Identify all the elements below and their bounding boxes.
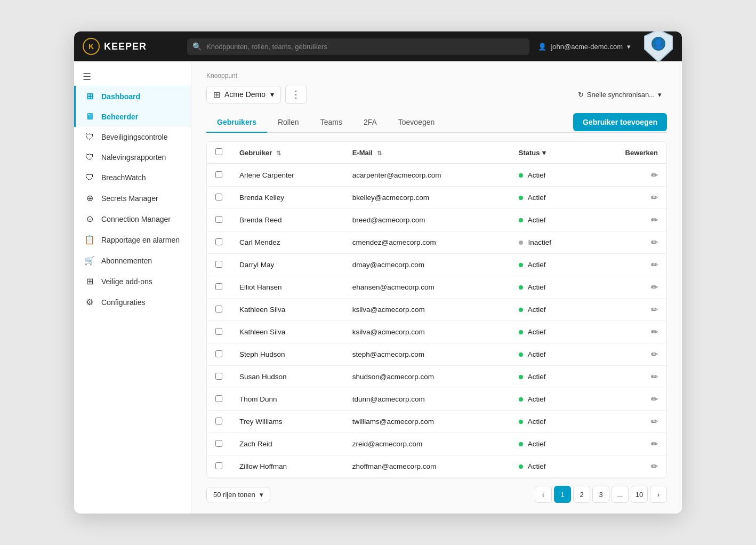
tab-rollen[interactable]: Rollen bbox=[267, 113, 310, 133]
row-checkbox-cell[interactable] bbox=[207, 433, 231, 455]
row-checkbox-cell[interactable] bbox=[207, 299, 231, 321]
sidebar-item-connection-manager[interactable]: ⊙ Connection Manager bbox=[74, 209, 191, 229]
user-column-header[interactable]: Gebruiker ⇅ bbox=[231, 142, 344, 164]
edit-cell[interactable]: ✏ bbox=[588, 455, 666, 478]
row-checkbox-cell[interactable] bbox=[207, 164, 231, 187]
row-checkbox-cell[interactable] bbox=[207, 276, 231, 299]
row-checkbox[interactable] bbox=[215, 306, 222, 312]
edit-icon[interactable]: ✏ bbox=[651, 327, 658, 336]
sidebar-item-abonnementen[interactable]: 🛒 Abonnementen bbox=[74, 250, 191, 271]
edit-cell[interactable]: ✏ bbox=[588, 366, 666, 388]
email-column-header[interactable]: E-Mail ⇅ bbox=[344, 142, 510, 164]
page-3-button[interactable]: 3 bbox=[592, 486, 609, 503]
sidebar-item-naleving[interactable]: 🛡 Nalevingsrapporten bbox=[74, 147, 191, 167]
sidebar-item-addons[interactable]: ⊞ Veilige add-ons bbox=[74, 271, 191, 292]
row-checkbox[interactable] bbox=[215, 238, 222, 245]
row-checkbox[interactable] bbox=[215, 194, 222, 201]
edit-cell[interactable]: ✏ bbox=[588, 187, 666, 209]
edit-icon[interactable]: ✏ bbox=[651, 372, 658, 381]
select-all-header[interactable] bbox=[207, 142, 231, 164]
page-2-button[interactable]: 2 bbox=[573, 486, 590, 503]
select-all-checkbox[interactable] bbox=[215, 148, 222, 155]
row-checkbox[interactable] bbox=[215, 328, 222, 335]
user-area[interactable]: 👤 john@acme-demo.com ▾ bbox=[538, 43, 631, 51]
edit-cell[interactable]: ✏ bbox=[588, 209, 666, 231]
tab-2fa[interactable]: 2FA bbox=[353, 113, 388, 133]
tab-toevoegen[interactable]: Toevoegen bbox=[388, 113, 446, 133]
sidebar-item-rapportage[interactable]: 📋 Rapportage en alarmen bbox=[74, 229, 191, 250]
edit-cell[interactable]: ✏ bbox=[588, 299, 666, 321]
edit-icon[interactable]: ✏ bbox=[651, 350, 658, 359]
edit-cell[interactable]: ✏ bbox=[588, 231, 666, 254]
breadcrumb: Knooppunt bbox=[206, 72, 667, 79]
row-checkbox-cell[interactable] bbox=[207, 455, 231, 478]
edit-cell[interactable]: ✏ bbox=[588, 388, 666, 411]
edit-icon[interactable]: ✏ bbox=[651, 462, 658, 471]
node-dropdown[interactable]: ⊞ Acme Demo ▾ bbox=[206, 86, 281, 103]
row-checkbox-cell[interactable] bbox=[207, 187, 231, 209]
row-checkbox-cell[interactable] bbox=[207, 343, 231, 366]
status-dot bbox=[519, 241, 523, 245]
row-checkbox-cell[interactable] bbox=[207, 231, 231, 254]
tab-gebruikers[interactable]: Gebruikers bbox=[206, 113, 267, 133]
user-status-cell: Actief bbox=[510, 321, 588, 343]
edit-icon[interactable]: ✏ bbox=[651, 238, 658, 247]
hamburger-menu[interactable]: ☰ bbox=[74, 66, 191, 86]
row-checkbox-cell[interactable] bbox=[207, 366, 231, 388]
sidebar-item-beveiliging[interactable]: 🛡 Beveiligingscontrole bbox=[74, 127, 191, 147]
status-chevron-icon: ▾ bbox=[542, 149, 546, 157]
row-checkbox[interactable] bbox=[215, 261, 222, 268]
page-10-button[interactable]: 10 bbox=[631, 486, 648, 503]
row-checkbox-cell[interactable] bbox=[207, 411, 231, 433]
row-checkbox[interactable] bbox=[215, 373, 222, 380]
row-checkbox[interactable] bbox=[215, 395, 222, 402]
row-checkbox[interactable] bbox=[215, 350, 222, 357]
page-1-button[interactable]: 1 bbox=[554, 486, 571, 503]
user-name-cell: Arlene Carpenter bbox=[231, 164, 344, 187]
row-checkbox[interactable] bbox=[215, 171, 222, 178]
edit-icon[interactable]: ✏ bbox=[651, 193, 658, 202]
edit-icon[interactable]: ✏ bbox=[651, 215, 658, 225]
sidebar-item-dashboard[interactable]: ⊞ Dashboard bbox=[74, 86, 191, 107]
naleving-icon: 🛡 bbox=[84, 153, 95, 162]
sync-button[interactable]: ↻ Snelle synchronisan... ▾ bbox=[573, 87, 667, 102]
edit-cell[interactable]: ✏ bbox=[588, 254, 666, 276]
edit-icon[interactable]: ✏ bbox=[651, 417, 658, 426]
edit-icon[interactable]: ✏ bbox=[651, 283, 658, 292]
status-column-header[interactable]: Status ▾ bbox=[510, 142, 588, 164]
row-checkbox[interactable] bbox=[215, 418, 222, 424]
rows-chevron-icon: ▾ bbox=[260, 491, 263, 499]
node-kebab-button[interactable]: ⋮ bbox=[285, 85, 307, 104]
row-checkbox-cell[interactable] bbox=[207, 209, 231, 231]
edit-cell[interactable]: ✏ bbox=[588, 276, 666, 299]
rows-per-page-dropdown[interactable]: 50 rijen tonen ▾ bbox=[206, 487, 270, 502]
edit-cell[interactable]: ✏ bbox=[588, 164, 666, 187]
tab-teams[interactable]: Teams bbox=[310, 113, 353, 133]
edit-icon[interactable]: ✏ bbox=[651, 439, 658, 448]
row-checkbox[interactable] bbox=[215, 216, 222, 223]
row-checkbox[interactable] bbox=[215, 440, 222, 447]
row-checkbox[interactable] bbox=[215, 462, 222, 469]
edit-cell[interactable]: ✏ bbox=[588, 433, 666, 455]
row-checkbox-cell[interactable] bbox=[207, 321, 231, 343]
search-input[interactable] bbox=[187, 38, 529, 55]
sidebar-item-secrets-manager[interactable]: ⊕ Secrets Manager bbox=[74, 188, 191, 209]
edit-cell[interactable]: ✏ bbox=[588, 343, 666, 366]
row-checkbox[interactable] bbox=[215, 283, 222, 290]
add-user-button[interactable]: Gebruiker toevoegen bbox=[573, 113, 667, 131]
edit-icon[interactable]: ✏ bbox=[651, 305, 658, 314]
search-bar[interactable]: 🔍 bbox=[187, 38, 529, 55]
sidebar-item-configuraties[interactable]: ⚙ Configuraties bbox=[74, 292, 191, 312]
page-prev-button[interactable]: ‹ bbox=[535, 486, 552, 503]
row-checkbox-cell[interactable] bbox=[207, 388, 231, 411]
edit-icon[interactable]: ✏ bbox=[651, 171, 658, 180]
sidebar-item-beheerder[interactable]: 🖥 Beheerder bbox=[74, 107, 191, 127]
edit-cell[interactable]: ✏ bbox=[588, 411, 666, 433]
sidebar-item-breachwatch[interactable]: 🛡 BreachWatch bbox=[74, 167, 191, 188]
page-next-button[interactable]: › bbox=[650, 486, 667, 503]
edit-icon[interactable]: ✏ bbox=[651, 260, 658, 269]
user-email-cell: breed@acmecorp.com bbox=[344, 209, 510, 231]
edit-icon[interactable]: ✏ bbox=[651, 395, 658, 404]
edit-cell[interactable]: ✏ bbox=[588, 321, 666, 343]
row-checkbox-cell[interactable] bbox=[207, 254, 231, 276]
